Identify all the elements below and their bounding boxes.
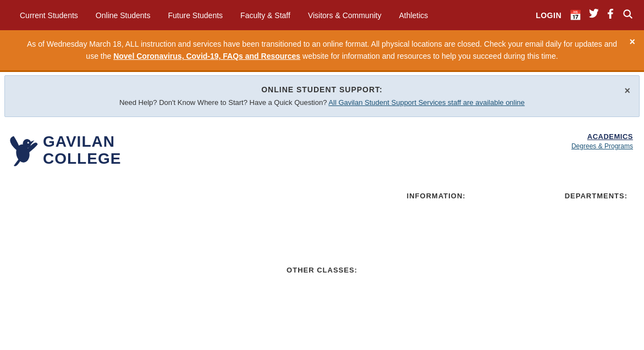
info-subtitle-text: Need Help? Don't Know Where to Start? Ha… <box>119 98 327 107</box>
info-banner: ONLINE STUDENT SUPPORT: Need Help? Don't… <box>4 75 640 117</box>
other-classes-header: OTHER CLASSES: <box>287 266 357 274</box>
svg-line-1 <box>630 16 632 19</box>
nav-links: Current Students Online Students Future … <box>11 1 437 30</box>
search-icon[interactable] <box>622 8 633 22</box>
degrees-programs-link[interactable]: Degrees & Programs <box>571 142 633 150</box>
info-support-link[interactable]: All Gavilan Student Support Services sta… <box>328 98 525 107</box>
section-headers: INFORMATION: DEPARTMENTS: <box>0 175 644 200</box>
other-classes-row: OTHER CLASSES: <box>0 200 644 274</box>
nav-current-students[interactable]: Current Students <box>11 1 87 30</box>
svg-point-5 <box>27 142 29 143</box>
college-name: GAVILAN COLLEGE <box>43 134 121 168</box>
main-content: GAVILAN COLLEGE ACADEMICS Degrees & Prog… <box>0 120 644 280</box>
svg-point-0 <box>624 10 630 16</box>
nav-online-students[interactable]: Online Students <box>87 1 159 30</box>
logo-area: GAVILAN COLLEGE <box>5 131 121 170</box>
info-banner-subtitle: Need Help? Don't Know Where to Start? Ha… <box>27 97 617 109</box>
college-bird-logo <box>5 131 38 170</box>
alert-text-after: website for information and resources to… <box>300 52 558 60</box>
nav-visitors-community[interactable]: Visitors & Community <box>299 1 390 30</box>
alert-close-button[interactable]: × <box>629 37 635 47</box>
info-banner-title: ONLINE STUDENT SUPPORT: <box>27 84 617 97</box>
logo-row: GAVILAN COLLEGE ACADEMICS Degrees & Prog… <box>0 126 644 175</box>
information-header: INFORMATION: <box>407 192 466 200</box>
facebook-icon[interactable] <box>607 9 614 21</box>
academics-link[interactable]: ACADEMICS <box>587 132 633 141</box>
nav-right: LOGIN 📅 <box>536 8 633 22</box>
nav-athletics[interactable]: Athletics <box>390 1 437 30</box>
nav-future-students[interactable]: Future Students <box>159 1 232 30</box>
twitter-icon[interactable] <box>589 9 599 21</box>
alert-banner: As of Wednesday March 18, ALL instructio… <box>0 30 644 72</box>
top-right-links: ACADEMICS Degrees & Programs <box>571 131 633 150</box>
nav-faculty-staff[interactable]: Faculty & Staff <box>232 1 299 30</box>
departments-header: DEPARTMENTS: <box>565 192 628 200</box>
login-button[interactable]: LOGIN <box>536 11 562 20</box>
main-nav: Current Students Online Students Future … <box>0 0 644 30</box>
calendar-icon[interactable]: 📅 <box>569 9 581 21</box>
alert-link[interactable]: Novel Coronavirus, Covid-19, FAQs and Re… <box>113 52 300 60</box>
info-close-button[interactable]: × <box>624 82 630 99</box>
